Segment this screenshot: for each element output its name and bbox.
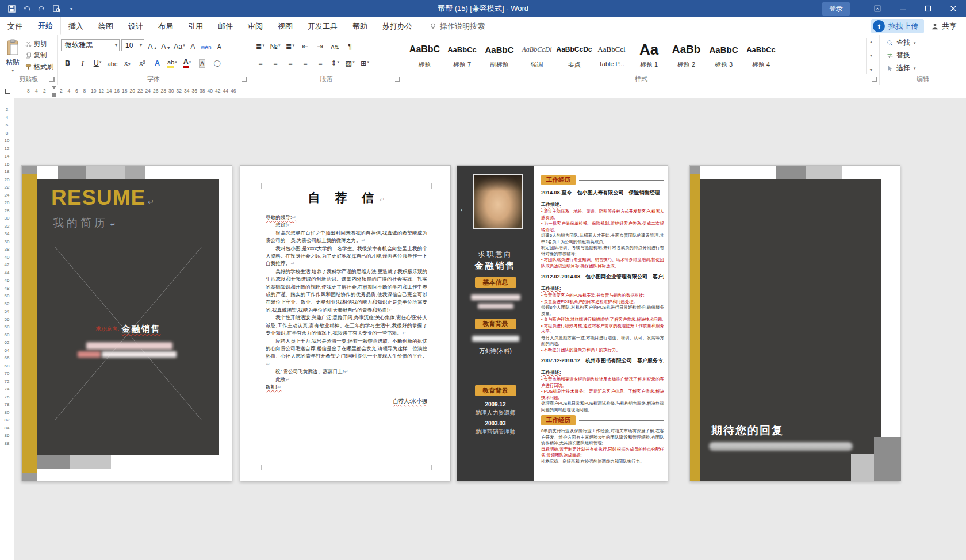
style-heading-3[interactable]: AaBbC标题 3	[706, 38, 742, 74]
superscript-button[interactable]: x²	[136, 56, 149, 68]
tab-developer[interactable]: 开发工具	[300, 17, 345, 35]
bold-button[interactable]: B	[61, 56, 74, 68]
combo-arrow-icon[interactable]: ▾	[113, 43, 117, 48]
first-line-indent-marker[interactable]	[52, 86, 56, 89]
combo-arrow-icon[interactable]: ▾	[137, 43, 142, 48]
redo-icon[interactable]	[34, 2, 48, 16]
vertical-ruler[interactable]: 2468101214161820222426283032343638404244…	[0, 98, 14, 560]
page-cover[interactable]: RESUME 我的简历 求职意向: 金融销售	[21, 165, 232, 481]
character-border-icon[interactable]: A	[213, 39, 226, 51]
text-effects-button[interactable]: A	[151, 56, 164, 68]
undo-icon[interactable]	[20, 2, 33, 16]
tab-stop-selector[interactable]	[0, 85, 14, 98]
tab-view[interactable]: 视图	[270, 17, 300, 35]
shading-button[interactable]: ▨▾	[343, 56, 356, 68]
style-heading-4[interactable]: AaBbCc标题 4	[743, 38, 779, 74]
shrink-font-icon[interactable]: A▼	[159, 39, 172, 51]
page-resume[interactable]: ← 求职意向 金融销售 基本信息 教育背景 万剑诗(本科) 教育背景 2009.…	[457, 165, 668, 481]
style-table-paragraph[interactable]: AaBbCclTable P...	[593, 38, 630, 74]
decrease-indent-button[interactable]: ⇤	[298, 39, 312, 51]
style-subtitle[interactable]: AaBbC副标题	[481, 38, 518, 74]
paste-button[interactable]: 粘贴 ▾	[3, 38, 22, 75]
font-size-combo[interactable]: 10 ▾	[121, 39, 144, 51]
copy-button[interactable]: 复制	[25, 51, 54, 60]
style-emphasis[interactable]: AaBbCcDi强调	[519, 38, 555, 74]
tab-file[interactable]: 文件	[0, 17, 30, 35]
left-indent-marker[interactable]	[52, 93, 56, 97]
style-title[interactable]: AaBbC标题	[407, 38, 443, 74]
select-button[interactable]: 选择 ▾	[887, 63, 963, 73]
paragraph-dialog-launcher[interactable]	[395, 77, 400, 82]
document-canvas[interactable]: RESUME 我的简历 求职意向: 金融销售 自 荐 信 尊敬的领导:您好!很高…	[14, 98, 966, 560]
horizontal-ruler[interactable]: 8422468101214161820222426283032343638404…	[14, 85, 966, 98]
tab-help[interactable]: 帮助	[345, 17, 375, 35]
select-dropdown-icon[interactable]: ▾	[914, 66, 916, 71]
style-scroll-up-icon[interactable]: ▲	[869, 40, 873, 44]
ribbon-display-options-icon[interactable]	[865, 0, 890, 17]
font-dialog-launcher[interactable]	[242, 77, 247, 82]
find-dropdown-icon[interactable]: ▾	[914, 41, 916, 45]
tab-references[interactable]: 引用	[181, 17, 210, 35]
print-preview-icon[interactable]	[49, 2, 63, 16]
change-case-icon[interactable]: Aa▾	[172, 39, 186, 51]
strikethrough-button[interactable]: abc	[106, 56, 119, 68]
highlight-button[interactable]: ab▾	[166, 56, 179, 68]
justify-button[interactable]: ≡	[298, 56, 312, 68]
bullets-button[interactable]: ≣▾	[254, 39, 267, 51]
align-left-button[interactable]: ≡	[254, 56, 267, 68]
style-heading-7[interactable]: AaBbCc标题 7	[444, 38, 480, 74]
font-family-combo[interactable]: 微软雅黑 ▾	[61, 39, 120, 51]
tab-mailings[interactable]: 邮件	[210, 17, 240, 35]
phonetic-guide-icon[interactable]: wén	[200, 39, 213, 51]
clear-formatting-icon[interactable]: A	[186, 39, 200, 51]
share-button[interactable]: 共享	[931, 21, 957, 32]
login-button[interactable]: 登录	[822, 2, 850, 16]
tab-draw[interactable]: 绘图	[91, 17, 121, 35]
enclose-characters-button[interactable]: ㊀	[210, 56, 224, 68]
tab-layout[interactable]: 布局	[151, 17, 181, 35]
distribute-button[interactable]: ≡	[313, 56, 327, 68]
replace-button[interactable]: 替换	[887, 51, 963, 60]
style-heading-1[interactable]: Aa标题 1	[631, 38, 667, 74]
increase-indent-button[interactable]: ⇥	[313, 39, 327, 51]
font-color-button[interactable]: A▾	[181, 56, 194, 68]
letter-body-area[interactable]: 自 荐 信 尊敬的领导:您好!很高兴您能在百忙之中抽出时间来看我的自荐信,我真诚…	[266, 187, 427, 467]
line-spacing-button[interactable]: ⇕▾	[328, 56, 342, 68]
numbering-button[interactable]: №▾	[269, 39, 282, 51]
page-letter[interactable]: 自 荐 信 尊敬的领导:您好!很高兴您能在百忙之中抽出时间来看我的自荐信,我真诚…	[240, 165, 451, 481]
multilevel-list-button[interactable]: ≣▾	[283, 39, 297, 51]
tab-home[interactable]: 开始	[30, 16, 61, 35]
sort-button[interactable]: A⇅	[328, 39, 342, 51]
tab-insert[interactable]: 插入	[61, 17, 91, 35]
qat-customize-icon[interactable]: ▾	[64, 2, 78, 16]
maximize-button[interactable]	[915, 0, 941, 17]
align-center-button[interactable]: ≡	[269, 56, 282, 68]
show-marks-button[interactable]: ¶	[343, 39, 356, 51]
style-scroll-down-icon[interactable]: ▼	[869, 53, 873, 57]
drag-upload-button[interactable]: 拖拽上传	[871, 19, 924, 33]
paste-dropdown-icon[interactable]: ▾	[12, 68, 14, 73]
underline-button[interactable]: U▾	[91, 56, 104, 68]
cut-button[interactable]: 剪切	[25, 40, 54, 48]
save-icon[interactable]	[5, 2, 18, 16]
styles-dialog-launcher[interactable]	[872, 77, 877, 82]
grow-font-icon[interactable]: A▲	[146, 39, 159, 51]
style-key-points[interactable]: AaBbCcDc要点	[556, 38, 592, 74]
find-button[interactable]: 查找 ▾	[887, 38, 963, 48]
align-right-button[interactable]: ≡	[283, 56, 297, 68]
clipboard-dialog-launcher[interactable]	[49, 77, 55, 82]
close-button[interactable]	[941, 0, 966, 17]
minimize-button[interactable]	[890, 0, 915, 17]
format-painter-button[interactable]: 格式刷	[25, 63, 54, 71]
tab-design[interactable]: 设计	[121, 17, 151, 35]
tell-me-search[interactable]: 操作说明搜索	[429, 21, 485, 32]
italic-button[interactable]: I	[76, 56, 89, 68]
tab-soda-office[interactable]: 苏打办公	[375, 17, 420, 35]
style-gallery-more-icon[interactable]: ▼	[869, 67, 873, 72]
page-back-cover[interactable]: 期待您的回复	[689, 165, 900, 481]
tab-review[interactable]: 审阅	[240, 17, 270, 35]
style-heading-2[interactable]: AaBb标题 2	[668, 38, 704, 74]
subscript-button[interactable]: x₂	[121, 56, 134, 68]
character-shading-button[interactable]: A	[195, 56, 209, 68]
borders-button[interactable]: ⊞▾	[358, 56, 371, 68]
